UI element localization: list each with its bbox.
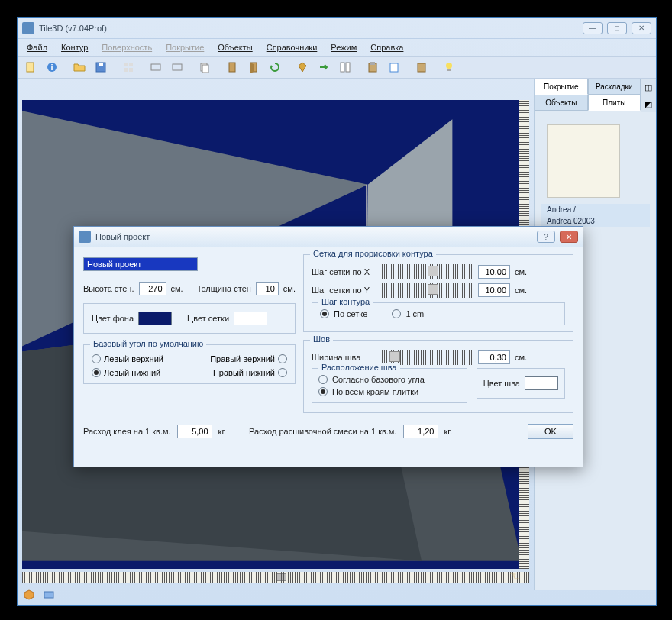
- step-x-slider[interactable]: [382, 264, 473, 279]
- corner-bl[interactable]: Левый нижний: [92, 368, 184, 377]
- tb-door2[interactable]: [244, 58, 263, 76]
- corner-tr[interactable]: Правый верхний: [195, 354, 287, 363]
- tb-rotate-l[interactable]: [265, 58, 285, 76]
- contour-step-grid-radio[interactable]: [320, 309, 329, 318]
- dialog-close-button[interactable]: ✕: [560, 231, 578, 243]
- tb-info[interactable]: i: [42, 58, 62, 76]
- status-icon-1[interactable]: [21, 587, 37, 602]
- grid-color-label: Цвет сетки: [187, 314, 229, 323]
- glue-unit: кг.: [218, 427, 227, 436]
- lightbulb-icon: [443, 61, 455, 73]
- bg-color-swatch[interactable]: [138, 312, 172, 325]
- tb-door[interactable]: [222, 58, 242, 76]
- minimize-button[interactable]: —: [583, 22, 603, 34]
- file-new-icon: [24, 61, 37, 73]
- corner-br[interactable]: Правый нижний: [195, 368, 287, 377]
- tb-undo[interactable]: [146, 58, 166, 76]
- folder-open-icon: [73, 61, 86, 73]
- side-icon-2[interactable]: ◩: [641, 95, 656, 112]
- tb-clipboard2[interactable]: [384, 58, 404, 76]
- project-name-input[interactable]: [83, 257, 198, 271]
- dialog-body: Высота стен. см. Толщина стен см. Цвет ф…: [74, 247, 583, 447]
- ruler-h-marker[interactable]: [276, 573, 286, 581]
- tb-copy[interactable]: [195, 58, 215, 76]
- undo-icon: [150, 61, 162, 73]
- menu-file[interactable]: Файл: [21, 41, 53, 53]
- menu-surface: Поверхность: [95, 41, 158, 53]
- grout-input[interactable]: [403, 425, 438, 438]
- wall-thick-input[interactable]: [256, 282, 279, 295]
- side-tab-layouts[interactable]: Раскладки: [588, 79, 641, 95]
- status-icon-2[interactable]: [40, 587, 57, 602]
- menu-mode[interactable]: Режим: [325, 41, 363, 53]
- seam-width-unit: см.: [515, 353, 527, 362]
- ok-button[interactable]: OK: [528, 424, 573, 439]
- tb-open[interactable]: [69, 58, 89, 76]
- svg-rect-7: [124, 68, 128, 72]
- door-icon: [226, 61, 238, 73]
- seam-width-input[interactable]: [478, 350, 510, 364]
- side-tab-objects[interactable]: Объекты: [535, 95, 588, 111]
- hand-cursor-icon[interactable]: ☜: [509, 568, 520, 583]
- grid-color-swatch[interactable]: [234, 312, 267, 325]
- wall-height-input[interactable]: [139, 282, 166, 295]
- dialog-bottom: Расход клея на 1 кв.м. кг. Расход расшив…: [83, 421, 573, 439]
- glue-input[interactable]: [177, 425, 212, 438]
- tile-name-1: Andrea /: [541, 204, 650, 215]
- side-tab-plates[interactable]: Плиты: [588, 95, 641, 111]
- tb-clipboard[interactable]: [363, 58, 383, 76]
- corner-tl[interactable]: Левый верхний: [92, 354, 184, 363]
- tb-light[interactable]: [439, 58, 459, 76]
- seam-legend: Шов: [310, 334, 333, 344]
- maximize-button[interactable]: □: [607, 22, 627, 34]
- menu-objects[interactable]: Объекты: [212, 41, 258, 53]
- app-title: Tile3D (v7.04Prof): [39, 24, 583, 33]
- svg-text:i: i: [50, 63, 53, 72]
- tb-bucket[interactable]: [292, 58, 312, 76]
- tb-grid[interactable]: [118, 58, 138, 76]
- svg-rect-29: [44, 592, 53, 598]
- seam-color-swatch[interactable]: [525, 376, 558, 390]
- tb-redo[interactable]: [167, 58, 187, 76]
- glue-label: Расход клея на 1 кв.м.: [83, 427, 171, 436]
- menu-contour[interactable]: Контур: [55, 41, 94, 53]
- step-y-input[interactable]: [478, 283, 510, 297]
- seam-pos-base-radio[interactable]: [318, 375, 328, 384]
- menu-help[interactable]: Справка: [364, 41, 409, 53]
- contour-step-grid-label: По сетке: [334, 309, 367, 318]
- seam-width-label: Ширина шва: [312, 353, 377, 362]
- tb-new[interactable]: [21, 58, 40, 76]
- menu-reference[interactable]: Справочники: [260, 41, 324, 53]
- close-button[interactable]: ✕: [632, 22, 651, 34]
- dialog-help-button[interactable]: ?: [537, 231, 555, 243]
- side-icon-1[interactable]: ◫: [641, 79, 656, 95]
- side-tab-covering[interactable]: Покрытие: [535, 79, 588, 95]
- clipboard-icon: [367, 61, 379, 73]
- bucket-icon: [296, 61, 309, 73]
- step-y-slider[interactable]: [382, 283, 473, 298]
- tile-thumbnail[interactable]: [547, 124, 620, 198]
- grid-legend: Сетка для прорисовки контура: [310, 249, 436, 258]
- menubar: Файл Контур Поверхность Покрытие Объекты…: [18, 39, 656, 56]
- arrow-right-icon: [318, 61, 330, 73]
- svg-rect-6: [129, 63, 133, 66]
- wall-thick-label: Толщина стен: [197, 284, 251, 293]
- grout-label: Расход расшивочной смеси на 1 кв.м.: [249, 427, 396, 436]
- step-x-unit: см.: [515, 267, 527, 276]
- svg-rect-19: [390, 63, 398, 72]
- clipboard2-icon: [388, 61, 400, 73]
- svg-rect-0: [27, 63, 34, 72]
- step-x-label: Шаг сетки по X: [312, 267, 377, 276]
- contour-step-1cm-radio[interactable]: [392, 309, 401, 318]
- step-x-input[interactable]: [478, 265, 510, 279]
- tb-split[interactable]: [335, 58, 355, 76]
- seam-pos-base-label: Согласно базового угла: [332, 375, 425, 384]
- svg-rect-9: [151, 64, 160, 70]
- tb-save[interactable]: [91, 58, 111, 76]
- rotate-left-icon: [269, 61, 281, 73]
- seam-pos-all-radio[interactable]: [318, 387, 328, 396]
- tb-arrow[interactable]: [314, 58, 334, 76]
- tb-clipboard3[interactable]: [412, 58, 431, 76]
- svg-rect-22: [447, 69, 451, 71]
- svg-rect-4: [99, 63, 103, 66]
